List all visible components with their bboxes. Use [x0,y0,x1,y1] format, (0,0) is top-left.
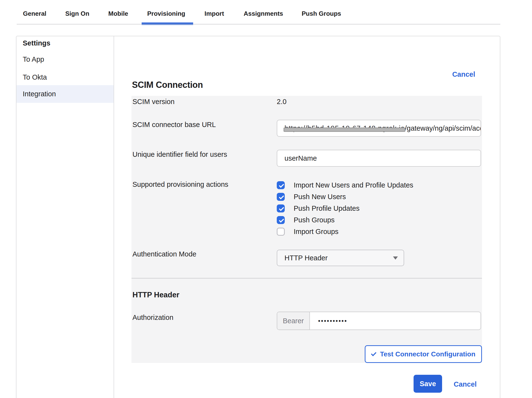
sidebar-item-label: Integration [23,85,114,103]
bearer-prefix: Bearer [277,312,310,330]
unique-identifier-value: userName [284,154,317,162]
tab-general[interactable]: General [23,9,46,18]
authorization-input-group: Bearer •••••••••• [277,312,481,330]
checkbox-icon [277,228,285,236]
checkbox-icon [277,204,285,212]
page-title: SCIM Connection [132,79,203,91]
provisioning-settings-page: General Sign On Mobile Provisioning Impo… [0,0,532,398]
authorization-label: Authorization [132,313,173,322]
scim-connection-form: SCIM version 2.0 SCIM connector base URL… [131,96,482,363]
checkbox-label: Import Groups [294,227,338,236]
tab-provisioning[interactable]: Provisioning [147,9,185,18]
checkbox-label: Import New Users and Profile Updates [294,181,413,189]
test-connector-label: Test Connector Configuration [380,350,475,358]
settings-card: Settings To App To Okta Integration SCIM… [16,36,500,398]
tab-assignments[interactable]: Assignments [244,9,283,18]
checkbox-icon [277,216,285,224]
checkbox-import-new-users[interactable]: Import New Users and Profile Updates [277,179,413,191]
sidebar: Settings To App To Okta Integration [16,36,114,398]
base-url-label: SCIM connector base URL [132,120,216,129]
tab-bar-divider [17,24,500,24]
checkbox-label: Push Profile Updates [294,204,359,213]
base-url-input[interactable]: https://b5bd-195-19-67-148.ngrok.io/gate… [277,120,481,137]
checkbox-label: Push Groups [294,216,335,224]
auth-mode-select[interactable]: HTTP Header [277,250,404,266]
caret-down-icon [393,256,398,260]
sidebar-title: Settings [23,39,50,47]
checkbox-label: Push New Users [294,192,346,201]
sidebar-item-to-app[interactable]: To App [23,55,44,64]
tab-mobile[interactable]: Mobile [108,9,128,18]
checkbox-push-new-users[interactable]: Push New Users [277,191,346,203]
checkbox-push-profile-updates[interactable]: Push Profile Updates [277,203,359,214]
tab-push-groups[interactable]: Push Groups [302,9,341,18]
check-icon [371,351,377,356]
base-url-redacted-text: https://b5bd-195-19-67-148.ngrok.io [284,124,405,132]
unique-identifier-label: Unique identifier field for users [132,150,227,159]
provisioning-actions-label: Supported provisioning actions [132,180,228,189]
scim-version-value: 2.0 [277,97,286,106]
checkbox-icon [277,181,285,189]
auth-mode-selected-value: HTTP Header [284,254,393,262]
save-button[interactable]: Save [414,375,442,393]
unique-identifier-input[interactable]: userName [277,150,481,167]
checkbox-push-groups[interactable]: Push Groups [277,214,335,226]
cancel-link-top[interactable]: Cancel [452,70,475,79]
checkbox-import-groups[interactable]: Import Groups [277,226,338,237]
authorization-token-input[interactable]: •••••••••• [310,312,481,330]
sidebar-item-to-okta[interactable]: To Okta [23,73,47,82]
checkbox-icon [277,193,285,201]
test-connector-configuration-button[interactable]: Test Connector Configuration [365,345,482,363]
section-divider [131,278,482,278]
active-tab-underline [142,23,193,25]
tab-sign-on[interactable]: Sign On [65,9,89,18]
tab-import[interactable]: Import [204,9,224,18]
tab-bar: General Sign On Mobile Provisioning Impo… [0,0,532,25]
base-url-visible-text: /gateway/ng/api/scim/acc [405,124,481,132]
auth-mode-label: Authentication Mode [132,250,196,258]
cancel-link-bottom[interactable]: Cancel [454,380,477,389]
scim-version-label: SCIM version [132,97,175,106]
http-header-section-title: HTTP Header [132,290,179,300]
sidebar-item-integration[interactable]: Integration [16,85,114,103]
